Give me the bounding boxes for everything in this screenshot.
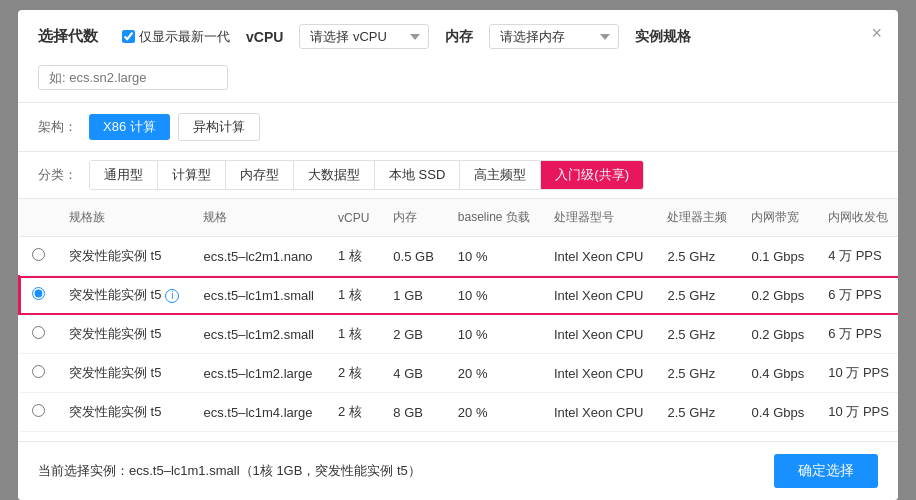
row-cpu-main: 2.5 GHz — [655, 315, 739, 354]
instance-select-modal: 选择代数 仅显示最新一代 vCPU 请选择 vCPU 内存 请选择内存 实例规格… — [18, 10, 898, 500]
category-row: 分类： 通用型 计算型 内存型 大数据型 本地 SSD 高主频型 入门级(共享) — [18, 152, 898, 199]
row-cpu-main: 2.5 GHz — [655, 276, 739, 315]
row-cpu-main: 2.5 GHz — [655, 393, 739, 432]
row-radio-cell[interactable] — [19, 276, 57, 315]
row-spec: ecs.t5–lc2m1.nano — [191, 237, 326, 276]
col-header-net-pps: 内网收发包 — [816, 199, 898, 237]
row-net-pps: 10 万 PPS — [816, 393, 898, 432]
table-body: 突发性能实例 t5ecs.t5–lc2m1.nano1 核0.5 GB10 %I… — [19, 237, 898, 442]
table-row[interactable]: 突发性能实例 t5ecs.t5–c1m1.large2 核2 GB30 %Int… — [19, 432, 898, 442]
cat-tab-memory[interactable]: 内存型 — [226, 161, 294, 189]
row-net-pps: 6 万 PPS — [816, 315, 898, 354]
row-family: 突发性能实例 t5 — [57, 237, 191, 276]
row-family: 突发性能实例 t5i — [57, 276, 191, 315]
table-header-row: 规格族 规格 vCPU 内存 baseline 负载 处理器型号 处理器主频 内… — [19, 199, 898, 237]
row-memory: 8 GB — [381, 393, 445, 432]
col-header-net-bw: 内网带宽 — [739, 199, 816, 237]
row-net-pps: 10 万 PPS — [816, 354, 898, 393]
arch-tab-heterogeneous[interactable]: 异构计算 — [178, 113, 260, 141]
row-cpu-main: 2.5 GHz — [655, 354, 739, 393]
footer-selected-text: 当前选择实例：ecs.t5–lc1m1.small（1核 1GB，突发性能实例 … — [38, 462, 421, 480]
row-net-pps: 10 万 PPS — [816, 432, 898, 442]
row-vcpu: 2 核 — [326, 393, 381, 432]
row-spec: ecs.t5–lc1m4.large — [191, 393, 326, 432]
row-radio-input[interactable] — [32, 404, 45, 417]
row-memory: 4 GB — [381, 354, 445, 393]
cat-tab-entry[interactable]: 入门级(共享) — [541, 161, 643, 189]
col-header-spec: 规格 — [191, 199, 326, 237]
row-vcpu: 2 核 — [326, 432, 381, 442]
table-wrapper: 规格族 规格 vCPU 内存 baseline 负载 处理器型号 处理器主频 内… — [18, 199, 898, 441]
row-net-bw: 0.4 Gbps — [739, 393, 816, 432]
row-spec: ecs.t5–c1m1.large — [191, 432, 326, 442]
row-vcpu: 2 核 — [326, 354, 381, 393]
row-cpu-model: Intel Xeon CPU — [542, 237, 656, 276]
cat-tab-localssd[interactable]: 本地 SSD — [375, 161, 460, 189]
row-memory: 0.5 GB — [381, 237, 445, 276]
row-radio-input[interactable] — [32, 287, 45, 300]
row-spec: ecs.t5–lc1m2.small — [191, 315, 326, 354]
table-row[interactable]: 突发性能实例 t5ecs.t5–lc1m2.small1 核2 GB10 %In… — [19, 315, 898, 354]
instance-search-input[interactable] — [38, 65, 228, 90]
col-header-family: 规格族 — [57, 199, 191, 237]
row-radio-input[interactable] — [32, 248, 45, 261]
row-radio-cell[interactable] — [19, 354, 57, 393]
row-cpu-model: Intel Xeon CPU — [542, 432, 656, 442]
row-radio-cell[interactable] — [19, 237, 57, 276]
row-family: 突发性能实例 t5 — [57, 393, 191, 432]
row-radio-cell[interactable] — [19, 432, 57, 442]
row-net-bw: 0.2 Gbps — [739, 315, 816, 354]
info-icon[interactable]: i — [165, 289, 179, 303]
memory-label: 内存 — [445, 28, 473, 46]
cat-tab-compute[interactable]: 计算型 — [158, 161, 226, 189]
vcpu-select[interactable]: 请选择 vCPU — [299, 24, 429, 49]
modal-footer: 当前选择实例：ecs.t5–lc1m1.small（1核 1GB，突发性能实例 … — [18, 441, 898, 500]
row-net-bw: 0.2 Gbps — [739, 276, 816, 315]
confirm-button[interactable]: 确定选择 — [774, 454, 878, 488]
modal-title: 选择代数 — [38, 27, 98, 46]
row-radio-input[interactable] — [32, 365, 45, 378]
row-baseline: 10 % — [446, 276, 542, 315]
row-baseline: 10 % — [446, 315, 542, 354]
col-header-radio — [19, 199, 57, 237]
cat-tab-highfreq[interactable]: 高主频型 — [460, 161, 541, 189]
row-net-pps: 6 万 PPS — [816, 276, 898, 315]
row-cpu-main: 2.5 GHz — [655, 237, 739, 276]
cat-tab-general[interactable]: 通用型 — [90, 161, 158, 189]
row-baseline: 20 % — [446, 354, 542, 393]
arch-tab-x86[interactable]: X86 计算 — [89, 114, 170, 140]
row-cpu-main: 2.5 GHz — [655, 432, 739, 442]
latest-gen-filter[interactable]: 仅显示最新一代 — [122, 28, 230, 46]
col-header-baseline: baseline 负载 — [446, 199, 542, 237]
row-memory: 1 GB — [381, 276, 445, 315]
row-baseline: 10 % — [446, 237, 542, 276]
row-net-bw: 0.5 Gbps — [739, 432, 816, 442]
row-family: 突发性能实例 t5 — [57, 432, 191, 442]
instance-label: 实例规格 — [635, 28, 691, 46]
table-row[interactable]: 突发性能实例 t5ecs.t5–lc1m4.large2 核8 GB20 %In… — [19, 393, 898, 432]
row-vcpu: 1 核 — [326, 315, 381, 354]
row-cpu-model: Intel Xeon CPU — [542, 276, 656, 315]
table-row[interactable]: 突发性能实例 t5ecs.t5–lc1m2.large2 核4 GB20 %In… — [19, 354, 898, 393]
row-cpu-model: Intel Xeon CPU — [542, 315, 656, 354]
row-radio-cell[interactable] — [19, 315, 57, 354]
row-family: 突发性能实例 t5 — [57, 354, 191, 393]
row-net-bw: 0.1 Gbps — [739, 237, 816, 276]
latest-gen-checkbox[interactable] — [122, 30, 135, 43]
row-baseline: 20 % — [446, 393, 542, 432]
row-radio-input[interactable] — [32, 326, 45, 339]
table-row[interactable]: 突发性能实例 t5ecs.t5–lc2m1.nano1 核0.5 GB10 %I… — [19, 237, 898, 276]
cat-tab-bigdata[interactable]: 大数据型 — [294, 161, 375, 189]
table-row[interactable]: 突发性能实例 t5iecs.t5–lc1m1.small1 核1 GB10 %I… — [19, 276, 898, 315]
row-baseline: 30 % — [446, 432, 542, 442]
memory-select[interactable]: 请选择内存 — [489, 24, 619, 49]
row-vcpu: 1 核 — [326, 276, 381, 315]
category-label: 分类： — [38, 166, 77, 184]
row-radio-cell[interactable] — [19, 393, 57, 432]
col-header-cpu-model: 处理器型号 — [542, 199, 656, 237]
row-memory: 2 GB — [381, 432, 445, 442]
col-header-memory: 内存 — [381, 199, 445, 237]
close-button[interactable]: × — [871, 24, 882, 42]
vcpu-label: vCPU — [246, 29, 283, 45]
row-net-bw: 0.4 Gbps — [739, 354, 816, 393]
